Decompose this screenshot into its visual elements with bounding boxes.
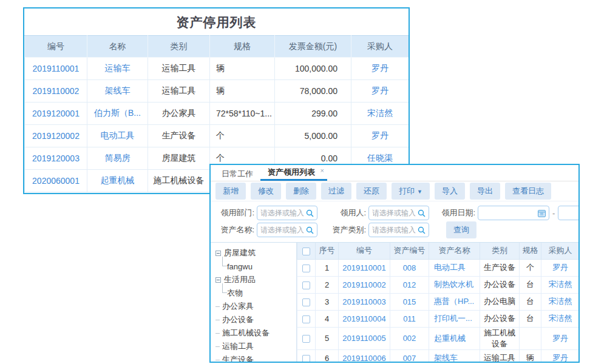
cell-name-link[interactable]: 简易房: [87, 147, 148, 170]
asset-category-input[interactable]: [372, 226, 418, 234]
cell-buyer-link[interactable]: 罗丹: [541, 327, 579, 349]
collapse-icon[interactable]: [215, 251, 221, 256]
user-label: 领用人:: [332, 207, 366, 218]
search-icon[interactable]: [418, 209, 426, 217]
col-header-category: 类别: [148, 36, 210, 58]
row-checkbox[interactable]: [302, 265, 310, 272]
cell-buyer-link[interactable]: 罗丹: [541, 259, 579, 276]
tree-node[interactable]: 办公家具: [215, 300, 295, 313]
cell-asset-name-link[interactable]: 制热饮水机: [429, 276, 480, 293]
cell-category: 运输工具: [480, 349, 520, 362]
tree-node[interactable]: 衣物: [215, 286, 295, 300]
date-from-input[interactable]: [481, 209, 538, 217]
row-checkbox[interactable]: [302, 298, 310, 306]
tab-asset-requisition-list[interactable]: 资产领用列表 ×: [260, 165, 327, 181]
close-icon[interactable]: ×: [320, 164, 324, 178]
cell-name-link[interactable]: 起重机械: [87, 170, 148, 192]
table-row[interactable]: 2019110002 架线车 运输工具 辆 78,000.00 罗丹: [25, 80, 409, 103]
cell-number-link[interactable]: 2019110001: [339, 259, 390, 276]
search-icon[interactable]: [306, 209, 314, 217]
search-icon[interactable]: [418, 226, 426, 234]
tree-node[interactable]: 施工机械设备: [215, 326, 295, 340]
table-row[interactable]: 2 2019110002 012 制热饮水机 办公设备 台 宋洁然: [297, 276, 579, 293]
tree-node[interactable]: 房屋建筑: [215, 246, 295, 260]
search-icon[interactable]: [306, 226, 314, 234]
table-row[interactable]: 6 2019110006 007 架线车 运输工具 辆 罗丹: [297, 349, 579, 362]
table-row[interactable]: 2019120002 电动工具 生产设备 个 5,000.00 罗丹: [25, 125, 409, 147]
row-checkbox[interactable]: [302, 281, 310, 289]
row-select-cell: [297, 259, 316, 276]
restore-button[interactable]: 还原: [356, 183, 387, 200]
cell-asset-name-link[interactable]: 架线车: [429, 349, 480, 362]
cell-buyer-link[interactable]: 宋洁然: [541, 276, 579, 293]
cell-asset-number-link[interactable]: 012: [390, 276, 429, 293]
table-row[interactable]: 2019110001 运输车 运输工具 辆 100,000.00 罗丹: [25, 58, 409, 80]
cell-number-link[interactable]: 2019120002: [25, 125, 87, 147]
cell-number-link[interactable]: 2019110002: [339, 276, 390, 293]
table-row[interactable]: 5 2019110005 002 起重机械 施工机械设备 罗丹: [297, 327, 579, 349]
cell-number-link[interactable]: 2019120001: [25, 103, 87, 125]
cell-number-link[interactable]: 2019110003: [339, 293, 390, 310]
query-button[interactable]: 查询: [446, 221, 476, 238]
export-button[interactable]: 导出: [470, 183, 500, 200]
table-row[interactable]: 3 2019110003 015 惠普（HP... 办公电脑 台 宋洁然: [297, 293, 579, 310]
collapse-icon[interactable]: [215, 277, 221, 283]
view-log-button[interactable]: 查看日志: [505, 183, 551, 200]
row-checkbox[interactable]: [302, 315, 310, 323]
cell-buyer-link[interactable]: 罗丹: [351, 125, 409, 147]
asset-name-input[interactable]: [260, 226, 306, 234]
cell-number-link[interactable]: 2019110002: [25, 80, 87, 103]
add-button[interactable]: 新增: [215, 183, 246, 200]
cell-number-link[interactable]: 2019120003: [25, 147, 87, 170]
cell-buyer-link[interactable]: 宋洁然: [541, 293, 579, 310]
cell-number-link[interactable]: 2019110001: [25, 58, 87, 80]
cell-amount: 78,000.00: [275, 80, 351, 103]
cell-buyer-link[interactable]: 宋洁然: [541, 310, 579, 327]
calendar-icon[interactable]: [538, 209, 546, 217]
tree-node[interactable]: 生产设备: [215, 353, 295, 362]
cell-number-link[interactable]: 2019110006: [339, 349, 390, 362]
print-dropdown-button[interactable]: 打印▼: [392, 183, 430, 200]
tree-node-label: 生活用品: [224, 274, 256, 285]
date-to-input[interactable]: [561, 209, 578, 217]
dept-input[interactable]: [260, 209, 306, 217]
cell-asset-name-link[interactable]: 电动工具: [429, 259, 480, 276]
cell-name-link[interactable]: 伯力斯（B...: [87, 103, 148, 125]
cell-asset-name-link[interactable]: 起重机械: [429, 327, 480, 349]
tree-node[interactable]: 运输工具: [215, 340, 295, 353]
import-button[interactable]: 导入: [435, 183, 465, 200]
cell-number-link[interactable]: 2019110005: [339, 327, 390, 349]
filter-button[interactable]: 过滤: [321, 183, 351, 200]
cell-buyer-link[interactable]: 宋洁然: [351, 103, 409, 125]
cell-asset-number-link[interactable]: 015: [390, 293, 429, 310]
cell-asset-name-link[interactable]: 惠普（HP...: [429, 293, 480, 310]
row-checkbox[interactable]: [302, 355, 310, 362]
user-input[interactable]: [372, 209, 418, 217]
cell-name-link[interactable]: 运输车: [87, 58, 148, 80]
delete-button[interactable]: 删除: [286, 183, 316, 200]
cell-buyer-link[interactable]: 罗丹: [351, 58, 409, 80]
tab-daily-work[interactable]: 日常工作: [214, 167, 260, 181]
tree-node[interactable]: 生活用品: [215, 273, 295, 286]
table-row[interactable]: 4 2019110004 011 打印机一... 办公设备 台 宋洁然: [297, 310, 579, 327]
user-input-wrap: [368, 206, 429, 220]
cell-buyer-link[interactable]: 罗丹: [541, 349, 579, 362]
cell-asset-number-link[interactable]: 008: [390, 259, 429, 276]
cell-name-link[interactable]: 电动工具: [87, 125, 148, 147]
cell-number-link[interactable]: 2020060001: [25, 170, 87, 192]
select-all-checkbox[interactable]: [302, 248, 310, 255]
tree-node[interactable]: 办公设备: [215, 313, 295, 326]
cell-asset-number-link[interactable]: 011: [390, 310, 429, 327]
table-row[interactable]: 1 2019110001 008 电动工具 生产设备 个 罗丹: [297, 259, 579, 276]
cell-asset-name-link[interactable]: 打印机一...: [429, 310, 480, 327]
cell-asset-number-link[interactable]: 007: [390, 349, 429, 362]
tree-node[interactable]: fangwu: [215, 260, 295, 273]
table-row[interactable]: 2019120001 伯力斯（B... 办公家具 72*58*110~1... …: [25, 103, 409, 125]
cell-number-link[interactable]: 2019110004: [339, 310, 390, 327]
cell-spec: 72*58*110~1...: [210, 103, 275, 125]
row-checkbox[interactable]: [302, 335, 310, 343]
edit-button[interactable]: 修改: [251, 183, 281, 200]
cell-asset-number-link[interactable]: 002: [390, 327, 429, 349]
cell-name-link[interactable]: 架线车: [87, 80, 148, 103]
cell-buyer-link[interactable]: 罗丹: [351, 80, 409, 103]
